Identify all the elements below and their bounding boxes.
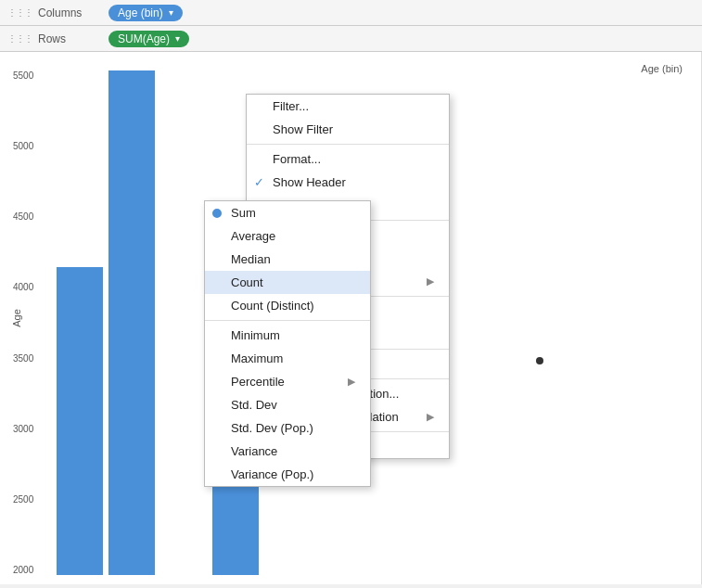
main-area: Age Age (bin) 5500 5000 4500 4000 3500 3… <box>0 52 702 584</box>
check-icon-show-header: ✓ <box>254 175 264 189</box>
menu-item-filter[interactable]: Filter... <box>247 95 449 118</box>
submenu-item-variance-pop[interactable]: Variance (Pop.) <box>205 463 370 486</box>
measure-submenu: Sum Average Median Count Count (Distinct… <box>204 200 371 487</box>
submenu-item-std-dev-pop[interactable]: Std. Dev (Pop.) <box>205 416 370 440</box>
submenu-item-count-distinct[interactable]: Count (Distinct) <box>205 294 370 317</box>
y-tick-3000: 3000 <box>13 424 33 434</box>
rows-pill-arrow: ▾ <box>175 33 180 44</box>
menu-item-format[interactable]: Format... <box>247 147 449 171</box>
y-tick-2000: 2000 <box>13 565 33 575</box>
quick-table-submenu-arrow: ▶ <box>427 411 434 423</box>
columns-pill[interactable]: Age (bin) ▾ <box>108 5 183 21</box>
measure-submenu-arrow: ▶ <box>427 275 434 288</box>
bar-2 <box>108 70 155 575</box>
pill-dropdown-arrow: ▾ <box>169 7 173 18</box>
y-tick-4000: 4000 <box>13 282 33 292</box>
submenu-item-minimum[interactable]: Minimum <box>205 324 370 347</box>
radio-icon-sum <box>212 209 222 218</box>
y-tick-5500: 5500 <box>13 70 33 81</box>
y-tick-4500: 4500 <box>13 211 33 222</box>
submenu-item-variance[interactable]: Variance <box>205 440 370 463</box>
submenu-item-percentile[interactable]: Percentile ▶ <box>205 370 370 393</box>
columns-drag-handle: ⋮⋮⋮ <box>7 7 32 18</box>
y-tick-5000: 5000 <box>13 141 33 151</box>
menu-item-show-filter[interactable]: Show Filter <box>247 118 449 141</box>
columns-label: Columns <box>38 6 103 19</box>
menu-item-show-header[interactable]: ✓ Show Header <box>247 171 449 194</box>
submenu-item-average[interactable]: Average <box>205 224 370 248</box>
bar-1 <box>57 267 103 575</box>
rows-pill[interactable]: SUM(Age) ▾ <box>108 31 189 47</box>
separator-1 <box>247 144 449 145</box>
rows-label: Rows <box>38 32 103 45</box>
submenu-separator-1 <box>205 320 370 321</box>
y-tick-2500: 2500 <box>13 494 33 505</box>
rows-shelf: ⋮⋮⋮ Rows SUM(Age) ▾ <box>0 26 702 52</box>
submenu-item-maximum[interactable]: Maximum <box>205 347 370 370</box>
y-tick-3500: 3500 <box>13 353 33 364</box>
percentile-submenu-arrow: ▶ <box>348 376 355 388</box>
rows-drag-handle: ⋮⋮⋮ <box>7 33 32 44</box>
submenu-item-std-dev[interactable]: Std. Dev <box>205 393 370 416</box>
submenu-item-median[interactable]: Median <box>205 248 370 271</box>
submenu-item-sum[interactable]: Sum <box>205 201 370 224</box>
columns-shelf: ⋮⋮⋮ Columns Age (bin) ▾ <box>0 0 702 26</box>
y-axis-ticks: 5500 5000 4500 4000 3500 3000 2500 2000 <box>13 70 33 575</box>
submenu-item-count[interactable]: Count <box>205 271 370 294</box>
